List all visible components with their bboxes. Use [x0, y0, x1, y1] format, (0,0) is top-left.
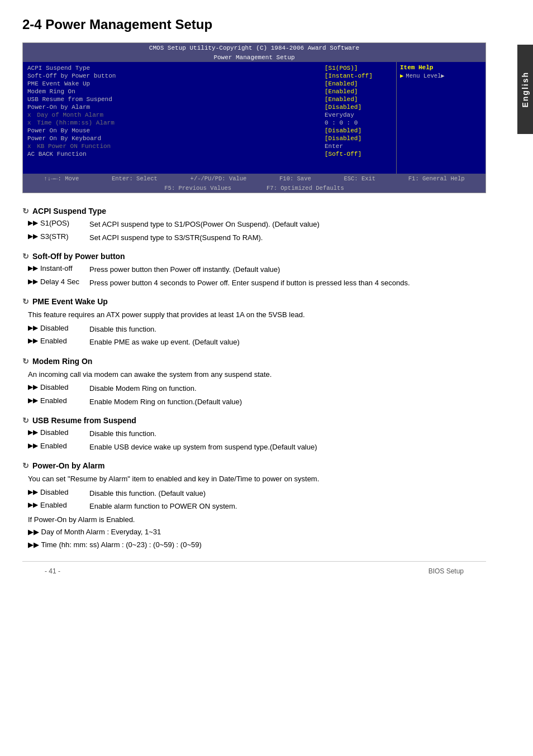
option-desc: Disable Modem Ring on function.: [89, 383, 486, 394]
section-title: USB Resume from Suspend: [22, 416, 486, 425]
option-key: ▶▶S3(STR): [28, 232, 89, 243]
option-row: ▶▶DisabledDisable this function.: [28, 324, 486, 335]
footer-item: F10: Save: [279, 175, 311, 182]
option-key: ▶▶Enabled: [28, 337, 89, 348]
option-key-label: Disabled: [40, 324, 69, 332]
option-key-label: Enabled: [40, 337, 67, 345]
option-key-label: Disabled: [40, 488, 69, 496]
option-key-label: Enabled: [40, 396, 67, 405]
section-modem-ring-on: Modem Ring OnAn incoming call via modem …: [22, 357, 486, 408]
option-key: ▶▶Enabled: [28, 396, 89, 408]
bios-footer2: F5: Previous Values F7: Optimized Defaul…: [23, 184, 486, 193]
bios-row: x KB Power ON FunctionEnter: [27, 142, 392, 150]
option-desc: Press power button 4 seconds to Power of…: [89, 277, 486, 289]
option-row: ▶▶S1(POS)Set ACPI suspend type to S1/POS…: [28, 219, 486, 230]
double-arrow-icon: ▶▶: [28, 324, 38, 332]
section-body: ▶▶Instant-offPress power button then Pow…: [22, 264, 486, 288]
option-key-label: Enabled: [40, 442, 67, 450]
double-arrow-icon: ▶▶: [28, 442, 38, 449]
double-arrow-icon: ▶▶: [28, 277, 38, 285]
option-desc: Set ACPI suspend type to S1/POS(Power On…: [89, 219, 486, 230]
bios-help-panel: Item Help ▶ Menu Level▶: [396, 62, 486, 174]
section-title: Soft-Off by Power button: [22, 252, 486, 261]
section-title: ACPI Suspend Type: [22, 207, 486, 216]
side-tab-label: English: [521, 71, 530, 108]
double-arrow-icon: ▶▶: [28, 219, 38, 227]
option-key: ▶▶Disabled: [28, 324, 89, 335]
option-key-label: S1(POS): [40, 219, 69, 227]
bios-setup-box: CMOS Setup Utility-Copyright (C) 1984-20…: [22, 42, 486, 193]
option-row: ▶▶EnabledEnable PME as wake up event. (D…: [28, 337, 486, 348]
section-body: You can set "Resume by Alarm" item to en…: [22, 473, 486, 550]
double-arrow-icon: ▶▶: [28, 488, 38, 496]
option-key-label: Enabled: [40, 501, 67, 509]
option-key: ▶▶Instant-off: [28, 264, 89, 275]
bios-header2: Power Management Setup: [23, 53, 486, 62]
option-key: ▶▶Delay 4 Sec: [28, 277, 89, 289]
double-arrow-icon: ▶▶: [28, 264, 38, 272]
double-arrow-icon: ▶▶: [28, 428, 38, 436]
footer-item: F1: General Help: [408, 175, 465, 182]
bios-footer1: ↑↓→←: MoveEnter: Select+/-/PU/PD: ValueF…: [23, 174, 486, 184]
help-menu-level: Menu Level▶: [406, 72, 444, 79]
bios-row: PME Event Wake Up[Enabled]: [27, 80, 392, 88]
footer-item: +/-/PU/PD: Value: [191, 175, 247, 182]
bios-row: x Time (hh:mm:ss) Alarm0 : 0 : 0: [27, 119, 392, 127]
section-soft-off: Soft-Off by Power button▶▶Instant-offPre…: [22, 252, 486, 288]
option-desc: Disable this function.: [89, 324, 486, 335]
extra-line: If Power-On by Alarm is Enabled.: [28, 514, 486, 525]
option-key: ▶▶Enabled: [28, 501, 89, 512]
option-row: ▶▶EnabledEnable alarm function to POWER …: [28, 501, 486, 512]
option-desc: Enable USB device wake up system from su…: [89, 442, 486, 453]
section-title: Power-On by Alarm: [22, 461, 486, 470]
bios-row: Soft-Off by Power button[Instant-off]: [27, 72, 392, 80]
option-key: ▶▶S1(POS): [28, 219, 89, 230]
help-item: ▶ Menu Level▶: [400, 72, 482, 79]
option-key: ▶▶Disabled: [28, 488, 89, 499]
section-body: ▶▶DisabledDisable this function.▶▶Enable…: [22, 428, 486, 452]
section-body: This feature requires an ATX power suppl…: [22, 309, 486, 348]
section-desc: This feature requires an ATX power suppl…: [28, 309, 486, 320]
section-power-on-alarm: Power-On by AlarmYou can set "Resume by …: [22, 461, 486, 550]
footer-label: BIOS Setup: [429, 567, 464, 575]
section-title: PME Event Wake Up: [22, 297, 486, 306]
bios-header1: CMOS Setup Utility-Copyright (C) 1984-20…: [23, 43, 486, 53]
option-key: ▶▶Disabled: [28, 428, 89, 439]
extra-line: ▶▶ Day of Month Alarm : Everyday, 1~31: [28, 527, 486, 538]
double-arrow-icon: ▶▶: [28, 396, 38, 404]
bios-row: Modem Ring On[Enabled]: [27, 88, 392, 95]
section-title: Modem Ring On: [22, 357, 486, 366]
footer-item: ESC: Exit: [344, 175, 375, 182]
option-key-label: Instant-off: [40, 264, 73, 272]
bios-row: AC BACK Function[Soft-Off]: [27, 150, 392, 158]
option-desc: Enable PME as wake up event. (Default va…: [89, 337, 486, 348]
option-desc: Enable Modem Ring on function.(Default v…: [89, 396, 486, 408]
page-divider: [22, 561, 486, 562]
option-desc: Enable alarm function to POWER ON system…: [89, 501, 486, 512]
option-desc: Disable this function. (Default value): [89, 488, 486, 499]
section-desc: An incoming call via modem can awake the…: [28, 369, 486, 380]
bios-row: Power On By Keyboard[Disabled]: [27, 135, 392, 142]
section-body: ▶▶S1(POS)Set ACPI suspend type to S1/POS…: [22, 219, 486, 243]
bios-body: ACPI Suspend Type[S1(POS)]Soft-Off by Po…: [23, 62, 486, 174]
double-arrow-icon: ▶▶: [28, 501, 38, 509]
double-arrow-icon: ▶▶: [28, 337, 38, 344]
section-usb-resume: USB Resume from Suspend▶▶DisabledDisable…: [22, 416, 486, 452]
option-key-label: Delay 4 Sec: [40, 277, 79, 286]
page-number: - 41 -: [45, 567, 60, 575]
section-body: An incoming call via modem can awake the…: [22, 369, 486, 408]
section-acpi-suspend-type: ACPI Suspend Type▶▶S1(POS)Set ACPI suspe…: [22, 207, 486, 243]
help-arrow-icon: ▶: [400, 72, 403, 79]
bios-row: Power On By Mouse[Disabled]: [27, 127, 392, 135]
option-row: ▶▶Instant-offPress power button then Pow…: [28, 264, 486, 275]
bios-row: ACPI Suspend Type[S1(POS)]: [27, 64, 392, 72]
bios-row: x Day of Month AlarmEveryday: [27, 111, 392, 119]
option-row: ▶▶Delay 4 SecPress power button 4 second…: [28, 277, 486, 289]
option-key-label: S3(STR): [40, 232, 69, 241]
option-row: ▶▶S3(STR)Set ACPI suspend type to S3/STR…: [28, 232, 486, 243]
side-tab: English: [517, 45, 533, 134]
sections-container: ACPI Suspend Type▶▶S1(POS)Set ACPI suspe…: [22, 207, 486, 550]
page-footer: - 41 - BIOS Setup: [22, 567, 486, 575]
option-key-label: Disabled: [40, 383, 69, 391]
help-title: Item Help: [400, 64, 482, 71]
